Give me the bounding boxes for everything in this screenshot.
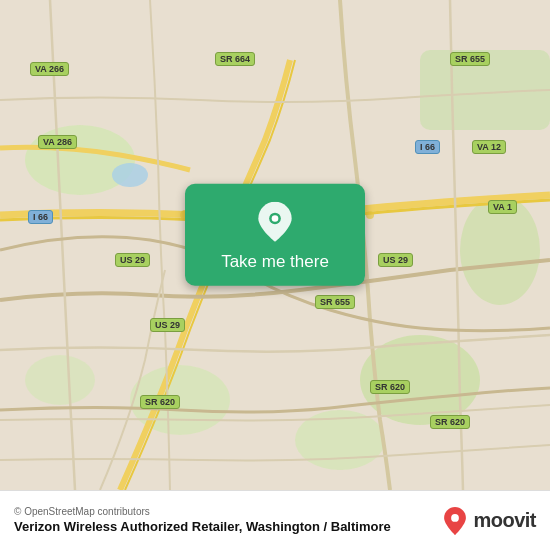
map-container: VA 266VA 286SR 664SR 655SR 655I 66I 66US… xyxy=(0,0,550,490)
take-me-there-button[interactable]: Take me there xyxy=(221,252,329,272)
location-pin-icon xyxy=(255,202,295,242)
copyright-text: © OpenStreetMap contributors xyxy=(14,506,441,517)
road-label-sr655-mid: SR 655 xyxy=(315,295,355,309)
button-overlay: Take me there xyxy=(185,184,365,286)
road-label-us29-left: US 29 xyxy=(115,253,150,267)
road-label-us29-right: US 29 xyxy=(378,253,413,267)
moovit-logo: moovit xyxy=(441,507,536,535)
svg-point-8 xyxy=(112,163,148,187)
road-label-sr655-top: SR 655 xyxy=(450,52,490,66)
moovit-pin-icon xyxy=(441,507,469,535)
road-label-sr620-far: SR 620 xyxy=(430,415,470,429)
road-label-va266: VA 266 xyxy=(30,62,69,76)
info-text-container: © OpenStreetMap contributors Verizon Wir… xyxy=(14,506,441,536)
road-label-va286: VA 286 xyxy=(38,135,77,149)
svg-point-10 xyxy=(366,211,374,219)
road-label-va12-right: VA 12 xyxy=(472,140,506,154)
navigation-card: Take me there xyxy=(185,184,365,286)
svg-point-12 xyxy=(272,215,279,222)
road-label-sr664: SR 664 xyxy=(215,52,255,66)
svg-point-13 xyxy=(452,514,460,522)
road-label-i66-left: I 66 xyxy=(28,210,53,224)
road-label-i66-right: I 66 xyxy=(415,140,440,154)
location-title: Verizon Wireless Authorized Retailer, Wa… xyxy=(14,519,441,536)
road-label-sr620-right: SR 620 xyxy=(370,380,410,394)
svg-point-6 xyxy=(25,355,95,405)
road-label-va12-mid: VA 1 xyxy=(488,200,517,214)
info-bar: © OpenStreetMap contributors Verizon Wir… xyxy=(0,490,550,550)
road-label-sr620-left: SR 620 xyxy=(140,395,180,409)
moovit-brand-text: moovit xyxy=(473,509,536,532)
road-label-us29-mid: US 29 xyxy=(150,318,185,332)
